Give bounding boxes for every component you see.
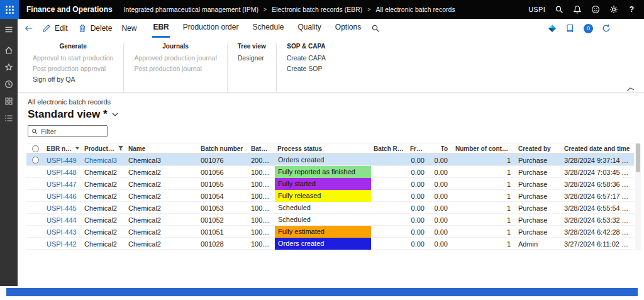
column-header-batch-size[interactable]: Batch size xyxy=(248,145,275,152)
cell-ebr-number[interactable]: USPI-448 xyxy=(44,169,82,176)
cell-product-number[interactable]: Chemical2 xyxy=(82,228,126,236)
app-title[interactable]: Finance and Operations xyxy=(26,5,113,14)
tab-options[interactable]: Options xyxy=(335,19,362,38)
row-selector-cell[interactable] xyxy=(26,228,44,235)
refresh-icon[interactable] xyxy=(601,23,611,33)
personalization-diamond-icon[interactable] xyxy=(547,23,557,33)
row-selector-radio[interactable] xyxy=(32,157,39,164)
row-selector-cell[interactable] xyxy=(26,169,44,175)
row-selector-cell[interactable] xyxy=(26,181,44,187)
cell-product-number[interactable]: Chemical2 xyxy=(82,204,126,212)
cell-product-number[interactable]: Chemical2 xyxy=(82,240,126,248)
column-header-created-by[interactable]: Created by xyxy=(516,145,562,152)
column-header-process-status[interactable]: Process status xyxy=(275,145,371,152)
row-selector-cell[interactable] xyxy=(26,204,44,211)
cell-from: 0.00 xyxy=(408,157,430,164)
cell-ebr-number[interactable]: USPI-445 xyxy=(44,204,82,212)
cell-ebr-number[interactable]: USPI-447 xyxy=(44,181,82,188)
delete-label: Delete xyxy=(91,24,113,33)
action-search-icon[interactable] xyxy=(370,23,380,33)
ribbon-item[interactable]: Sign off by QA xyxy=(33,75,113,83)
help-icon[interactable]: ? xyxy=(627,5,636,14)
edit-button[interactable]: Edit xyxy=(42,23,68,33)
cell-number-of-containers: 1 xyxy=(453,192,516,200)
back-button[interactable] xyxy=(24,23,34,33)
select-all-radio[interactable] xyxy=(32,145,39,152)
breadcrumb-item[interactable]: All electronic batch records xyxy=(376,6,455,13)
column-header-ebr-number[interactable]: EBR number xyxy=(44,145,82,152)
ribbon-group: JournalsApproved production journalPost … xyxy=(124,43,227,92)
cell-product-number[interactable]: Chemical2 xyxy=(82,181,126,188)
cell-product-number[interactable]: Chemical3 xyxy=(82,157,126,164)
column-header-to[interactable]: To xyxy=(430,145,453,152)
app-launcher-waffle-icon[interactable] xyxy=(0,0,19,19)
table-row[interactable]: USPI-444 Chemical2 Chemical2 001052 100.… xyxy=(26,214,634,226)
cell-ebr-number[interactable]: USPI-443 xyxy=(44,228,82,236)
cell-ebr-number[interactable]: USPI-444 xyxy=(44,216,82,224)
filter-input[interactable] xyxy=(41,128,104,135)
process-status-value: Fully started xyxy=(275,178,371,190)
cell-product-number[interactable]: Chemical2 xyxy=(82,169,126,176)
table-row[interactable]: USPI-442 Chemical2 Chemical2 001028 100.… xyxy=(26,238,634,250)
breadcrumb-item[interactable]: Electronic batch records (EBR) xyxy=(272,6,362,13)
bottom-blue-bar xyxy=(6,288,638,296)
table-row[interactable]: USPI-443 Chemical2 Chemical2 001051 100.… xyxy=(26,226,634,238)
collapse-ribbon-chevron-icon[interactable] xyxy=(626,83,635,89)
table-row[interactable]: USPI-446 Chemical2 Chemical2 001054 100.… xyxy=(26,190,634,202)
cell-ebr-number[interactable]: USPI-449 xyxy=(44,157,82,164)
cell-product-number[interactable]: Chemical2 xyxy=(82,216,126,224)
chevron-down-icon[interactable] xyxy=(112,113,118,116)
tab-schedule[interactable]: Schedule xyxy=(252,19,284,38)
table-row[interactable]: USPI-445 Chemical2 Chemical2 001053 100.… xyxy=(26,202,634,214)
row-selector-cell[interactable] xyxy=(26,157,44,164)
ribbon-item[interactable]: Create CAPA xyxy=(287,54,326,62)
new-button[interactable]: New xyxy=(121,24,136,33)
settings-gear-icon[interactable] xyxy=(609,5,618,14)
cell-ebr-number[interactable]: USPI-446 xyxy=(44,192,82,200)
workspaces-list-icon[interactable] xyxy=(4,113,14,123)
cell-created-datetime: 3/27/2024 6:11:02 PM xyxy=(562,240,634,248)
cell-ebr-number[interactable]: USPI-442 xyxy=(44,240,82,248)
ribbon-item[interactable]: Create SOP xyxy=(287,65,326,72)
search-icon[interactable] xyxy=(554,5,564,14)
tab-production-order[interactable]: Production order xyxy=(182,19,240,38)
view-title[interactable]: Standard view * xyxy=(28,108,108,121)
column-header-name[interactable]: Name xyxy=(126,145,198,152)
tab-quality[interactable]: Quality xyxy=(297,19,322,38)
scrollbar-thumb[interactable] xyxy=(636,143,640,172)
table-row[interactable]: USPI-448 Chemical2 Chemical2 001056 100.… xyxy=(26,166,634,178)
row-selector-cell[interactable] xyxy=(26,240,44,247)
column-header-product-num[interactable]: Product num... xyxy=(82,145,126,152)
column-header-created-date-and-time[interactable]: Created date and time xyxy=(562,145,634,152)
home-icon[interactable] xyxy=(4,45,14,55)
hamburger-menu-icon[interactable] xyxy=(4,25,14,34)
column-header-number-of-containers[interactable]: Number of containers xyxy=(453,145,516,152)
tab-ebr[interactable]: EBR xyxy=(152,19,169,38)
cell-batch-size: 100.00 xyxy=(248,169,275,176)
notifications-bell-icon[interactable] xyxy=(572,5,582,14)
modules-grid-icon[interactable] xyxy=(4,96,14,106)
filter-box[interactable] xyxy=(28,125,108,137)
breadcrumb-item[interactable]: Integrated pharmaceutical management (IP… xyxy=(124,6,258,13)
cell-product-number[interactable]: Chemical2 xyxy=(82,192,126,200)
column-header-batch-number[interactable]: Batch number xyxy=(198,145,248,152)
vertical-scrollbar[interactable] xyxy=(635,143,641,250)
edit-label: Edit xyxy=(55,24,68,33)
cell-to: 0.00 xyxy=(430,169,453,176)
table-row[interactable]: USPI-447 Chemical2 Chemical2 001055 100.… xyxy=(26,178,634,190)
column-header-batch-range[interactable]: Batch Range xyxy=(371,145,408,152)
messages-badge[interactable]: 0 xyxy=(584,24,593,33)
ribbon-item[interactable]: Designer xyxy=(238,54,266,62)
task-guide-book-icon[interactable] xyxy=(565,23,575,33)
table-row[interactable]: USPI-449 Chemical3 Chemical3 001076 200.… xyxy=(26,154,634,166)
delete-button[interactable]: Delete xyxy=(77,23,113,33)
row-selector-cell[interactable] xyxy=(26,192,44,199)
cell-batch-number: 001052 xyxy=(198,216,248,224)
recent-clock-icon[interactable] xyxy=(4,79,14,89)
favorites-star-icon[interactable] xyxy=(4,62,14,72)
row-selector-cell[interactable] xyxy=(26,216,44,223)
select-all-column-header[interactable] xyxy=(26,145,44,152)
column-header-from[interactable]: From xyxy=(408,145,430,152)
feedback-smiley-icon[interactable] xyxy=(591,5,600,14)
company-picker[interactable]: USPI xyxy=(528,6,545,13)
